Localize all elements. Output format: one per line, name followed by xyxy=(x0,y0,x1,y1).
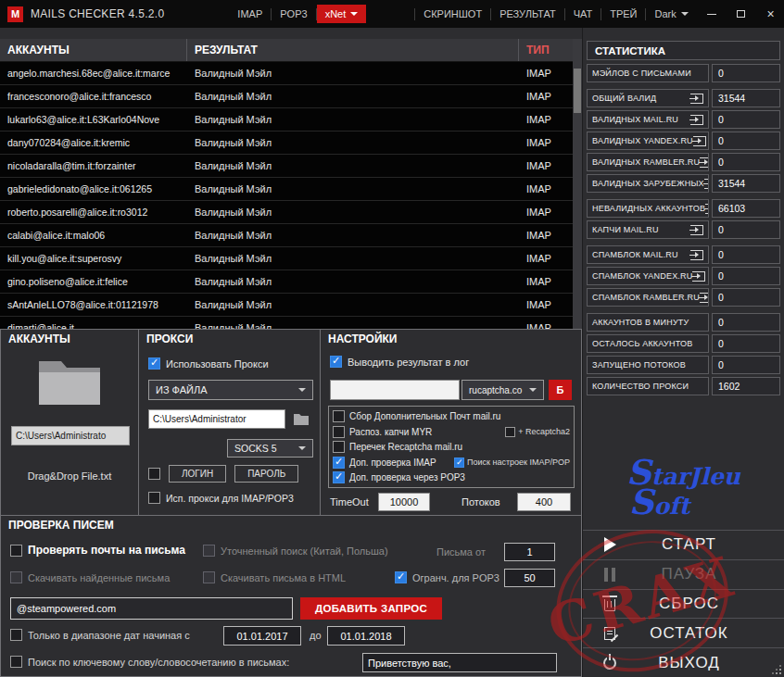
stat-row: МЭЙЛОВ С ПИСЬМАМИ 0 xyxy=(587,64,780,82)
proxy-file-path-input[interactable] xyxy=(148,409,285,429)
action-button[interactable]: СТАРТ xyxy=(583,530,784,559)
export-arrow-icon[interactable] xyxy=(692,271,705,282)
export-arrow-icon[interactable] xyxy=(690,225,703,235)
brand-logo: StarJleu Soft xyxy=(583,456,784,520)
menu-item[interactable]: СКРИНШОТ xyxy=(415,5,490,23)
table-row[interactable]: lukarlo63@alice.it:L63Karlo04Nove Валидн… xyxy=(0,108,573,132)
action-button[interactable]: СБРОС xyxy=(583,589,784,619)
table-row[interactable]: gino.poliseno@alice.it:felice Валидный М… xyxy=(0,270,573,294)
password-button[interactable]: ПАРОЛЬ xyxy=(234,465,298,483)
download-html-checkbox[interactable] xyxy=(203,571,215,583)
login-button[interactable]: ЛОГИН xyxy=(169,465,226,483)
date-from-input[interactable] xyxy=(223,626,301,646)
stat-label: ВАЛИДНЫХ YANDEX.RU xyxy=(592,136,693,145)
menu-item-label: IMAP xyxy=(237,8,262,19)
accounts-file-path-button[interactable]: C:\Users\Administrato xyxy=(11,426,130,445)
menu-item[interactable]: ЧАТ xyxy=(565,5,601,23)
maximize-button[interactable] xyxy=(727,0,756,28)
action-button[interactable]: ОСТАТОК xyxy=(583,618,784,647)
settings-option-checkbox[interactable] xyxy=(333,457,345,469)
table-row[interactable]: dimarti@alice.it Валидный Мэйл IMAP xyxy=(0,317,573,329)
settings-extra-checkbox[interactable] xyxy=(505,427,515,437)
action-button[interactable]: ВЫХОД xyxy=(583,647,784,677)
download-found-checkbox[interactable] xyxy=(10,571,22,583)
menu-item[interactable]: ТРЕЙ xyxy=(601,5,645,23)
search-query-input[interactable] xyxy=(10,597,293,620)
settings-extra-checkbox[interactable] xyxy=(454,458,464,468)
use-proxy-checkbox[interactable] xyxy=(148,357,160,370)
letters-from-input[interactable] xyxy=(504,543,555,561)
table-row[interactable]: sAntAnleLLO78@alice.it:01121978 Валидный… xyxy=(0,294,573,317)
pop3-limit-checkbox[interactable] xyxy=(395,571,407,583)
folder-icon[interactable] xyxy=(36,356,103,411)
menu-item[interactable]: IMAP xyxy=(229,5,271,23)
table-row[interactable]: roberto.posarelli@alice.it:ro3012 Валидн… xyxy=(0,201,573,224)
log-output-row: Выводить результат в лог xyxy=(330,356,469,368)
menu-item[interactable]: РЕЗУЛЬТАТ xyxy=(491,5,563,23)
export-arrow-icon[interactable] xyxy=(700,157,709,168)
captcha-key-input[interactable] xyxy=(330,380,460,400)
use-proxy-row: Использовать Прокси xyxy=(148,357,269,370)
stat-value: 0 xyxy=(712,245,780,264)
keyword-search-checkbox[interactable] xyxy=(10,656,22,668)
table-row[interactable]: angelo.marchesi.68ec@alice.it:marce Вали… xyxy=(0,62,573,85)
proxy-for-imap-checkbox[interactable] xyxy=(148,492,160,504)
proxy-browse-button[interactable] xyxy=(289,408,313,430)
table-row[interactable]: kill.you@alice.it:superosvy Валидный Мэй… xyxy=(0,247,573,270)
use-proxy-label: Использовать Прокси xyxy=(166,358,269,370)
scrollbar-thumb[interactable] xyxy=(574,69,581,113)
stat-label: АККАУНТОВ В МИНУТУ xyxy=(592,318,689,327)
date-to-input[interactable] xyxy=(327,626,405,646)
stat-label-cell: СПАМБЛОК MAIL.RU xyxy=(587,245,709,264)
export-arrow-icon[interactable] xyxy=(704,179,709,189)
column-header-type[interactable]: ТИП xyxy=(519,39,573,61)
export-arrow-icon[interactable] xyxy=(690,94,703,104)
close-button[interactable]: × xyxy=(756,0,784,28)
settings-option-checkbox[interactable] xyxy=(333,426,345,438)
settings-option-label: Доп. проверка IMAP xyxy=(349,458,436,468)
timeout-input[interactable] xyxy=(378,493,430,511)
check-mail-checkbox[interactable] xyxy=(10,545,22,557)
pop3-limit-input[interactable] xyxy=(504,569,555,587)
log-output-checkbox[interactable] xyxy=(330,356,342,368)
add-query-button[interactable]: ДОБАВИТЬ ЗАПРОС xyxy=(300,597,442,620)
table-row[interactable]: gabrieledidonato@alice.it:061265 Валидны… xyxy=(0,178,573,201)
minimize-button[interactable] xyxy=(697,0,727,28)
proxy-type-select[interactable]: SOCKS 5 xyxy=(227,439,313,458)
table-scrollbar[interactable] xyxy=(573,39,582,329)
menu-item[interactable]: POP3 xyxy=(272,5,315,23)
action-button[interactable]: ПАУЗА xyxy=(583,559,784,589)
settings-option-checkbox[interactable] xyxy=(333,471,345,483)
menu-item[interactable]: Dark xyxy=(646,5,696,23)
resize-grip[interactable] xyxy=(768,661,781,674)
table-row[interactable]: dany070284@alice.it:kremic Валидный Мэйл… xyxy=(0,132,573,155)
export-arrow-icon[interactable] xyxy=(690,115,703,125)
result-cell: Валидный Мэйл xyxy=(187,276,519,287)
proxy-source-select[interactable]: ИЗ ФАЙЛА xyxy=(148,380,313,400)
balance-button[interactable]: Б xyxy=(549,380,572,400)
refined-search-row: Уточненный поиск (Китай, Польша) xyxy=(203,545,388,557)
table-row[interactable]: nicoladaralla@tim.it:forzainter Валидный… xyxy=(0,155,573,178)
stat-label-cell: ОСТАЛОСЬ АККАУНТОВ xyxy=(587,334,709,353)
column-header-result[interactable]: РЕЗУЛЬТАТ xyxy=(187,39,519,61)
menu-item[interactable]: xNet xyxy=(317,5,367,23)
column-header-accounts[interactable]: АККАУНТЫ xyxy=(0,39,187,61)
keyword-input[interactable] xyxy=(362,653,557,672)
export-arrow-icon[interactable] xyxy=(693,136,706,146)
result-cell: Валидный Мэйл xyxy=(187,183,519,194)
captcha-service-select[interactable]: rucaptcha.co xyxy=(462,380,544,400)
date-range-checkbox[interactable] xyxy=(10,629,22,641)
export-arrow-icon[interactable] xyxy=(705,204,709,214)
export-arrow-icon[interactable] xyxy=(700,293,709,303)
stat-row: КОЛИЧЕСТВО ПРОКСИ 1602 xyxy=(587,377,780,395)
date-range-label: Только в диапазоне дат начиная с xyxy=(28,630,190,641)
results-table: АККАУНТЫ РЕЗУЛЬТАТ ТИП angelo.marchesi.6… xyxy=(0,39,573,329)
settings-option-checkbox[interactable] xyxy=(333,410,345,422)
table-row[interactable]: francesconoro@alice.it:francesco Валидны… xyxy=(0,85,573,108)
settings-option-checkbox[interactable] xyxy=(333,441,345,453)
export-arrow-icon[interactable] xyxy=(690,250,703,260)
proxy-auth-checkbox[interactable] xyxy=(148,468,160,480)
proxy-for-imap-label: Исп. прокси для IMAP/POP3 xyxy=(166,493,294,504)
refined-search-checkbox[interactable] xyxy=(203,545,215,557)
table-row[interactable]: calabi@alice.it:malo06 Валидный Мэйл IMA… xyxy=(0,224,573,247)
